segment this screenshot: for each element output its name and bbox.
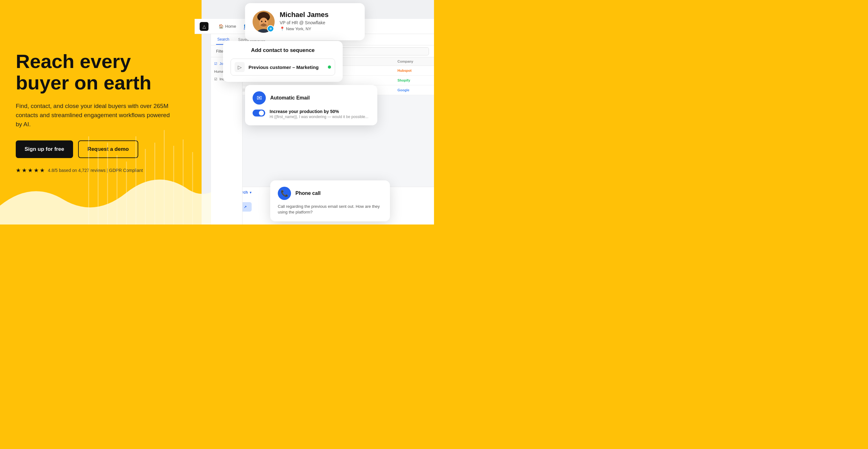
hero-section: Reach every buyer on earth Find, contact… [0,0,202,224]
svg-point-4 [261,21,262,22]
app-mockup: △ 🏠 Home 👥 People 🏢 Companies Lists Save… [195,0,434,224]
profile-card: ❄ Michael James VP of HR @ Snowflake 📍 N… [245,3,365,40]
logo-symbol: △ [203,24,206,29]
phone-description: Call regarding the previous email sent o… [278,204,382,215]
person-company: Shopify [398,78,429,83]
include-check: ☑ [214,77,217,81]
toggle-preview: Hi {{first_name}}, I was wondering — wou… [270,115,369,119]
home-icon: 🏠 [219,24,224,29]
location-icon: 📍 [280,27,285,31]
col-header-company: Company [398,60,429,63]
toggle-subject: Increase your production by 50% [270,109,369,114]
shopify-label: Shopify [398,78,410,82]
hero-subtitle: Find, contact, and close your ideal buye… [16,101,173,129]
filter-panel: ☑ Job Title Human ☑ Include [211,57,243,224]
sequence-card: Add contact to sequence ▷ Previous custo… [223,41,343,82]
profile-name: Michael James [280,11,329,19]
sequence-name: Previous customer – Marketing [248,65,324,70]
sequence-item[interactable]: ▷ Previous customer – Marketing [230,59,335,75]
toggle-text: Increase your production by 50% Hi {{fir… [270,109,369,119]
filter-lists-icon: ☑ [214,62,217,65]
profile-location: 📍 New York, NY [280,27,329,31]
email-label: Automatic Email [270,95,310,101]
hero-title: Reach every buyer on earth [16,51,186,94]
toggle-item: Increase your production by 50% Hi {{fir… [253,109,370,119]
sequence-card-title: Add contact to sequence [230,47,335,54]
avatar-container: ❄ [253,11,275,33]
snowflake-badge: ❄ [267,25,274,32]
person-company: Google [398,88,429,92]
phone-label: Phone call [296,191,321,196]
profile-role: VP of HR @ Snowflake [280,20,329,25]
google-label: Google [398,88,409,92]
signup-button[interactable]: Sign up for free [16,140,73,158]
svg-point-5 [265,21,266,22]
nav-home[interactable]: 🏠 Home [219,24,236,29]
phone-item: 📞 Phone call [278,187,382,200]
email-icon: ✉ [253,91,266,104]
external-link-icon: ↗ [244,205,247,209]
hubspot-label: Hubspot [398,69,412,72]
active-indicator [328,65,331,69]
email-card: ✉ Automatic Email Increase your producti… [245,85,377,125]
phone-card: 📞 Phone call Call regarding the previous… [270,181,390,221]
chevron-down-icon: ▼ [249,191,252,194]
email-item: ✉ Automatic Email [253,91,370,104]
person-company: Hubspot [398,68,429,73]
email-toggle[interactable] [253,109,265,117]
profile-info: Michael James VP of HR @ Snowflake 📍 New… [280,11,329,31]
phone-icon: 📞 [278,187,291,200]
cream-wave-decoration [0,168,220,224]
sequence-send-icon: ▷ [235,62,245,72]
app-logo-icon: △ [200,22,209,31]
